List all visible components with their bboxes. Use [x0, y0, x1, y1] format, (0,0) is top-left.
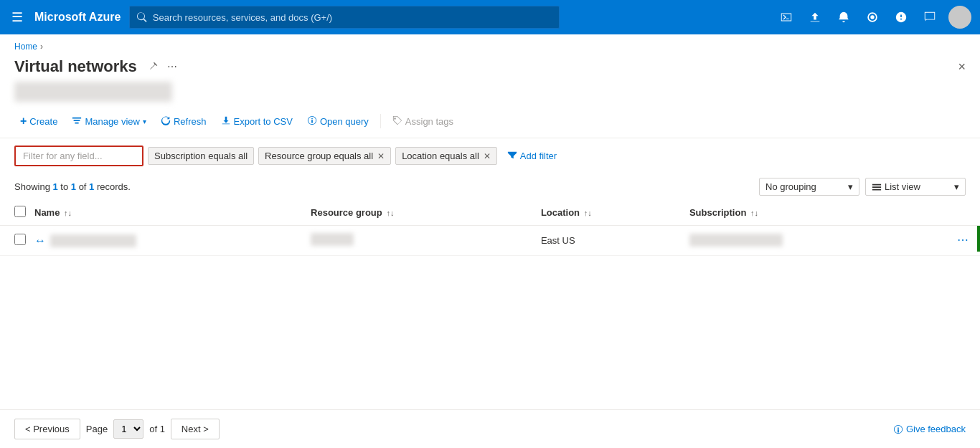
records-to: 1: [71, 181, 76, 192]
row-name-blurred: [50, 234, 136, 247]
azure-logo: Microsoft Azure: [34, 11, 121, 24]
select-all-checkbox[interactable]: [14, 206, 26, 217]
next-button[interactable]: Next >: [171, 419, 220, 439]
table-wrapper: Name ↑↓ Resource group ↑↓ Location ↑↓ Su…: [0, 200, 980, 256]
export-icon: [221, 115, 231, 128]
toolbar: + Create Manage view ▾ Refresh Export to…: [0, 105, 980, 138]
hamburger-menu[interactable]: ☰: [9, 6, 26, 28]
resource-group-filter-chip: Resource group equals all ✕: [258, 147, 391, 165]
previous-button[interactable]: < Previous: [14, 419, 80, 439]
row-checkbox[interactable]: [14, 234, 26, 245]
records-from: 1: [52, 181, 57, 192]
resource-group-chip-remove[interactable]: ✕: [377, 151, 385, 161]
open-query-icon: [307, 115, 317, 128]
header-icons: ⋯: [146, 59, 180, 75]
row-more-button[interactable]: ⋯: [957, 233, 969, 247]
name-sort-icon: ↑↓: [64, 209, 72, 217]
view-controls: No grouping ▾ List view ▾: [759, 178, 966, 196]
add-filter-icon: [507, 150, 517, 162]
top-navigation: ☰ Microsoft Azure: [0, 0, 980, 34]
feedback-nav-icon[interactable]: [917, 4, 943, 30]
search-input[interactable]: [153, 12, 552, 23]
breadcrumb-home[interactable]: Home: [14, 42, 37, 52]
feedback-icon: [893, 424, 903, 434]
toolbar-divider: [380, 114, 381, 128]
export-csv-button[interactable]: Export to CSV: [215, 111, 298, 132]
records-bar: Showing 1 to 1 of 1 records. No grouping…: [0, 173, 980, 200]
pin-button[interactable]: [146, 59, 161, 75]
breadcrumb: Home ›: [0, 34, 980, 54]
assign-tags-button[interactable]: Assign tags: [387, 111, 459, 132]
sub-sort-icon: ↑↓: [750, 209, 758, 217]
subscription-header[interactable]: Subscription ↑↓: [689, 200, 980, 226]
search-icon: [137, 12, 146, 22]
row-sub-cell: ⋯: [689, 226, 980, 254]
table-header: Name ↑↓ Resource group ↑↓ Location ↑↓ Su…: [0, 200, 980, 226]
location-filter-chip: Location equals all ✕: [395, 147, 497, 165]
location-sort-icon: ↑↓: [584, 209, 592, 217]
select-all-header[interactable]: [0, 200, 34, 226]
row-rg-blurred: [311, 233, 354, 246]
records-text: Showing 1 to 1 of 1 records.: [14, 181, 131, 192]
footer: < Previous Page 1 of 1 Next > Give feedb…: [0, 409, 980, 448]
help-icon[interactable]: [888, 4, 914, 30]
create-icon: +: [20, 115, 27, 128]
avatar[interactable]: [948, 6, 971, 29]
more-options-button[interactable]: ⋯: [164, 59, 180, 74]
resource-group-header[interactable]: Resource group ↑↓: [311, 200, 541, 226]
table-row: ↔ East US ⋯: [0, 226, 980, 256]
add-filter-button[interactable]: Add filter: [501, 147, 562, 165]
create-button[interactable]: + Create: [14, 110, 63, 132]
data-table: Name ↑↓ Resource group ↑↓ Location ↑↓ Su…: [0, 200, 980, 256]
page-header: Virtual networks ⋯ ×: [0, 54, 980, 82]
refresh-button[interactable]: Refresh: [155, 111, 212, 132]
upload-icon[interactable]: [802, 4, 828, 30]
give-feedback-button[interactable]: Give feedback: [893, 424, 966, 434]
row-checkbox-cell[interactable]: [0, 226, 34, 256]
grouping-dropdown[interactable]: No grouping ▾: [759, 178, 859, 196]
row-rg-cell: [311, 226, 541, 256]
subscription-filter-chip: Subscription equals all: [148, 147, 254, 165]
vnet-icon: ↔: [34, 234, 46, 247]
manage-view-button[interactable]: Manage view ▾: [66, 111, 152, 132]
page-label: Page: [86, 424, 108, 434]
grouping-chevron: ▾: [848, 181, 853, 192]
view-chevron: ▾: [954, 181, 959, 192]
manage-view-icon: [72, 115, 82, 128]
refresh-icon: [161, 115, 171, 128]
assign-tags-icon: [392, 115, 402, 128]
location-chip-remove[interactable]: ✕: [484, 151, 491, 161]
row-sub-blurred: [689, 234, 783, 247]
settings-icon[interactable]: [859, 4, 885, 30]
subscription-band: [14, 82, 172, 102]
row-status-bar: [977, 226, 980, 252]
filter-bar: Subscription equals all Resource group e…: [0, 138, 980, 173]
breadcrumb-separator: ›: [40, 42, 43, 52]
view-type-dropdown[interactable]: List view ▾: [865, 178, 966, 196]
location-header[interactable]: Location ↑↓: [541, 200, 689, 226]
search-bar[interactable]: [129, 6, 560, 29]
records-of: 1: [89, 181, 94, 192]
row-location-cell: East US: [541, 226, 689, 256]
of-label: of 1: [149, 424, 165, 434]
cloud-shell-icon[interactable]: [773, 4, 799, 30]
filter-input[interactable]: [14, 146, 143, 166]
open-query-button[interactable]: Open query: [301, 111, 374, 132]
notifications-icon[interactable]: [831, 4, 857, 30]
row-name-cell[interactable]: ↔: [34, 226, 311, 256]
name-header[interactable]: Name ↑↓: [34, 200, 311, 226]
close-button[interactable]: ×: [958, 59, 966, 75]
page-title: Virtual networks: [14, 57, 137, 76]
list-view-icon: [872, 182, 882, 192]
table-body: ↔ East US ⋯: [0, 226, 980, 256]
page-select[interactable]: 1: [113, 419, 143, 439]
manage-view-chevron: ▾: [143, 118, 146, 125]
rg-sort-icon: ↑↓: [386, 209, 394, 217]
main-content: Home › Virtual networks ⋯ × + Create Man…: [0, 34, 980, 448]
nav-icons: [773, 4, 971, 30]
